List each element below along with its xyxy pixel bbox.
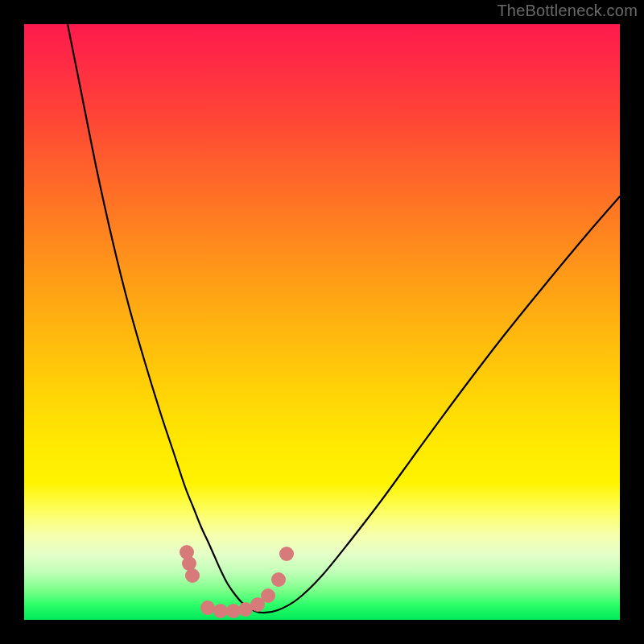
trough-marker xyxy=(200,601,215,615)
trough-marker xyxy=(213,604,228,618)
trough-marker xyxy=(261,588,275,603)
trough-marker xyxy=(279,547,294,561)
curve-svg xyxy=(24,24,620,620)
watermark-text: TheBottleneck.com xyxy=(497,2,638,20)
trough-markers xyxy=(180,545,294,618)
trough-marker xyxy=(185,568,200,583)
trough-marker xyxy=(271,572,286,587)
bottleneck-curve xyxy=(68,24,620,613)
chart-frame: TheBottleneck.com xyxy=(0,0,644,644)
plot-area xyxy=(24,24,620,620)
